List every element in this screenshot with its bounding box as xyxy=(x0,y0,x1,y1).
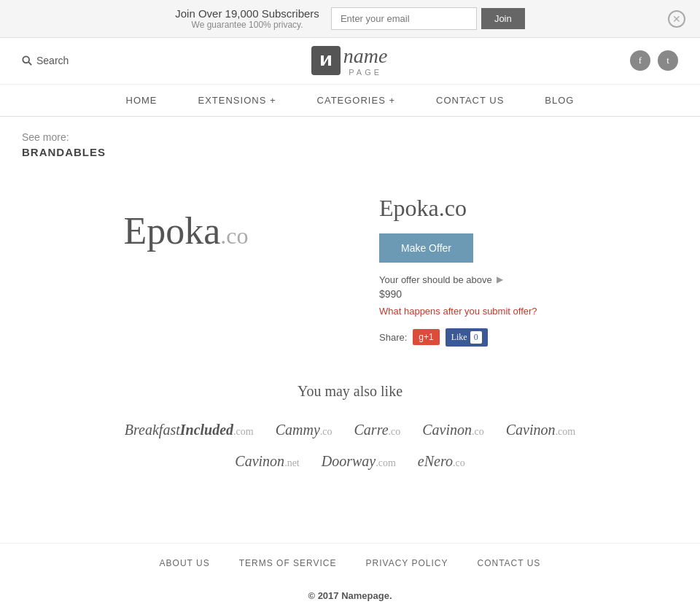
similar-item[interactable]: Carre.co xyxy=(354,422,401,438)
similar-item[interactable]: Cavinon.com xyxy=(506,422,575,438)
similar-item[interactable]: Cavinon.net xyxy=(235,453,299,470)
domain-info: Epoka.co Make Offer Your offer should be… xyxy=(379,180,678,347)
domain-title: Epoka.co xyxy=(379,195,678,222)
share-row: Share: g+1 Like 0 xyxy=(379,328,678,347)
footer-about[interactable]: ABOUT US xyxy=(160,558,210,568)
nav-categories[interactable]: CATEGORIES + xyxy=(297,85,416,116)
domain-logo-display: Epoka.co xyxy=(22,180,350,282)
google-plus-button[interactable]: g+1 xyxy=(413,329,439,345)
main-nav: HOME EXTENSIONS + CATEGORIES + CONTACT U… xyxy=(0,85,700,117)
twitter-icon[interactable]: t xyxy=(658,50,678,71)
nav-extensions[interactable]: EXTENSIONS + xyxy=(178,85,297,116)
svg-line-1 xyxy=(28,63,31,66)
similar-item[interactable]: Doorway.com xyxy=(322,453,396,470)
email-input[interactable] xyxy=(331,7,477,30)
fb-like-label: Like xyxy=(451,332,467,343)
footer-terms[interactable]: TERMS OF SERVICE xyxy=(239,558,337,568)
share-label: Share: xyxy=(379,332,407,343)
epoka-ext: .co xyxy=(220,223,248,249)
facebook-like-button[interactable]: Like 0 xyxy=(446,328,488,347)
banner-sub: We guarantee 100% privacy. xyxy=(175,20,319,30)
what-happens-link[interactable]: What happens after you submit offer? xyxy=(379,306,678,317)
similar-grid-2: Cavinon.net Doorway.com eNero.co xyxy=(22,453,678,470)
logo-name: name xyxy=(343,45,388,68)
join-button[interactable]: Join xyxy=(481,8,525,29)
facebook-icon[interactable]: f xyxy=(630,50,650,71)
footer-privacy[interactable]: PRIVACY POLICY xyxy=(366,558,448,568)
logo-icon xyxy=(311,46,341,75)
nav-blog[interactable]: BLOG xyxy=(524,85,594,116)
similar-title: You may also like xyxy=(22,383,678,400)
category-link[interactable]: BRANDABLES xyxy=(22,146,678,158)
logo[interactable]: name PAGE xyxy=(311,45,388,77)
close-banner-button[interactable]: ✕ xyxy=(668,10,685,28)
similar-section: You may also like BreakfastIncluded.com … xyxy=(22,383,678,470)
top-banner: Join Over 19,000 Subscribers We guarante… xyxy=(0,0,700,38)
make-offer-button[interactable]: Make Offer xyxy=(379,233,473,263)
similar-item[interactable]: eNero.co xyxy=(418,453,465,470)
svg-point-0 xyxy=(23,57,29,63)
similar-item[interactable]: Cammy.co xyxy=(276,422,332,438)
search-button[interactable]: Search xyxy=(22,55,69,66)
search-icon xyxy=(22,55,32,66)
domain-area: Epoka.co Epoka.co Make Offer Your offer … xyxy=(22,180,678,347)
logo-tagline: PAGE xyxy=(343,68,388,77)
epoka-name: Epoka xyxy=(123,210,220,252)
social-icons: f t xyxy=(630,50,678,71)
epoka-logo: Epoka.co xyxy=(123,209,248,252)
banner-text: Join Over 19,000 Subscribers We guarante… xyxy=(175,7,319,30)
breadcrumb: See more: BRANDABLES xyxy=(22,131,678,158)
see-more-label: See more: xyxy=(22,131,678,143)
offer-hint: Your offer should be above ▶ xyxy=(379,274,678,285)
similar-item[interactable]: Cavinon.co xyxy=(422,422,484,438)
nav-contact[interactable]: CONTACT US xyxy=(416,85,524,116)
footer-links: ABOUT US TERMS OF SERVICE PRIVACY POLICY… xyxy=(0,543,700,583)
similar-item[interactable]: BreakfastIncluded.com xyxy=(125,422,254,438)
footer-contact[interactable]: CONTACT US xyxy=(477,558,540,568)
offer-arrow-icon: ▶ xyxy=(497,274,503,285)
copyright: © 2017 Namepage. xyxy=(0,583,700,608)
similar-grid: BreakfastIncluded.com Cammy.co Carre.co … xyxy=(22,422,678,438)
banner-main: Join Over 19,000 Subscribers xyxy=(175,7,319,20)
fb-count: 0 xyxy=(470,331,482,344)
header: Search name PAGE f t xyxy=(0,38,700,85)
search-label: Search xyxy=(36,55,69,66)
nav-home[interactable]: HOME xyxy=(106,85,178,116)
offer-price: $990 xyxy=(379,288,678,300)
main-content: See more: BRANDABLES Epoka.co Epoka.co M… xyxy=(0,117,700,499)
